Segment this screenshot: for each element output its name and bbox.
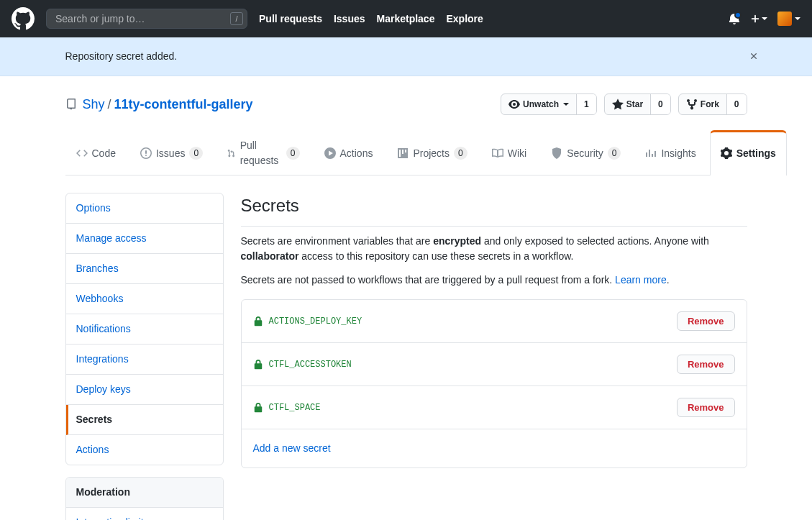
header-right: [729, 12, 800, 26]
desc-text: and only exposed to selected actions. An…: [481, 235, 709, 247]
count-badge: 0: [189, 147, 203, 160]
search-slash-icon: /: [230, 12, 243, 25]
search-wrap: /: [46, 9, 247, 29]
moderation-menu: Moderation Interaction limits: [65, 477, 224, 520]
tab-label: Insights: [661, 146, 695, 161]
repo-header: Shy / 11ty-contentful-gallery Unwatch 1 …: [65, 76, 747, 115]
lock-icon: [253, 360, 263, 370]
notification-dot-icon: [734, 12, 742, 19]
fork-button[interactable]: Fork: [679, 94, 727, 114]
tab-projects[interactable]: Projects 0: [386, 130, 478, 175]
lock-icon: [253, 316, 263, 327]
gear-icon: [721, 147, 732, 159]
fork-button-group: Fork 0: [678, 93, 747, 115]
sidebar-item-options[interactable]: Options: [66, 193, 223, 224]
repo-name-link[interactable]: 11ty-contentful-gallery: [114, 97, 253, 111]
sidebar-item-notifications[interactable]: Notifications: [66, 314, 223, 345]
tab-issues[interactable]: Issues 0: [129, 130, 214, 175]
nav-explore[interactable]: Explore: [446, 12, 483, 27]
desc-bold: encrypted: [433, 235, 481, 247]
caret-down-icon: [795, 17, 800, 20]
global-header: / Pull requests Issues Marketplace Explo…: [0, 0, 812, 37]
play-icon: [324, 147, 336, 159]
watch-count[interactable]: 1: [577, 94, 596, 114]
sidebar-item-webhooks[interactable]: Webhooks: [66, 284, 223, 314]
user-menu[interactable]: [777, 12, 800, 26]
count-badge: 0: [286, 147, 300, 160]
sidebar-item-integrations[interactable]: Integrations: [66, 345, 223, 375]
sidebar-item-deploy-keys[interactable]: Deploy keys: [66, 375, 223, 405]
book-icon: [492, 147, 503, 159]
issue-icon: [140, 147, 152, 159]
tab-settings[interactable]: Settings: [710, 130, 787, 175]
desc-text: .: [667, 274, 670, 286]
nav-issues[interactable]: Issues: [334, 12, 365, 27]
main-content: Secrets Secrets are environment variable…: [241, 193, 747, 520]
remove-button[interactable]: Remove: [677, 355, 735, 374]
page-description: Secrets are environment variables that a…: [241, 234, 747, 288]
search-input[interactable]: [46, 9, 247, 29]
repo-icon: [65, 99, 77, 110]
remove-button[interactable]: Remove: [677, 311, 735, 331]
desc-text: Secrets are not passed to workflows that…: [241, 274, 616, 286]
watch-label: Unwatch: [523, 98, 559, 111]
watch-button-group: Unwatch 1: [501, 93, 597, 115]
sidebar-item-actions[interactable]: Actions: [66, 435, 223, 465]
tab-label: Projects: [413, 146, 450, 161]
secret-name-text: CTFL_SPACE: [269, 401, 321, 414]
star-icon: [612, 99, 624, 110]
secret-name-text: CTFL_ACCESSTOKEN: [269, 358, 352, 371]
moderation-header: Moderation: [66, 478, 223, 508]
project-icon: [397, 147, 409, 159]
sidebar-item-secrets[interactable]: Secrets: [66, 405, 223, 435]
star-count[interactable]: 0: [651, 94, 670, 114]
repo-nav: Code Issues 0 Pull requests 0 Actions Pr…: [65, 129, 747, 175]
repo-separator: /: [108, 95, 111, 114]
tab-label: Wiki: [508, 146, 526, 161]
fork-count[interactable]: 0: [727, 94, 747, 114]
nav-pull-requests[interactable]: Pull requests: [259, 12, 322, 27]
github-logo-icon[interactable]: [12, 7, 35, 30]
star-button[interactable]: Star: [605, 94, 651, 114]
tab-code[interactable]: Code: [65, 130, 127, 175]
sidebar-item-manage-access[interactable]: Manage access: [66, 224, 223, 254]
settings-sidebar: Options Manage access Branches Webhooks …: [65, 193, 224, 520]
tab-label: Settings: [736, 146, 776, 161]
add-new-secret-link[interactable]: Add a new secret: [253, 442, 331, 454]
sidebar-item-branches[interactable]: Branches: [66, 254, 223, 284]
tab-label: Code: [92, 146, 116, 161]
secret-name: CTFL_ACCESSTOKEN: [253, 358, 352, 371]
tab-security[interactable]: Security 0: [540, 130, 631, 175]
unwatch-button[interactable]: Unwatch: [501, 94, 577, 114]
learn-more-link[interactable]: Learn more: [615, 274, 667, 286]
shield-icon: [551, 147, 562, 159]
tab-label: Security: [567, 146, 603, 161]
desc-bold: collaborator: [241, 250, 299, 262]
flash-close-button[interactable]: [749, 49, 759, 66]
notifications-icon[interactable]: [729, 13, 740, 24]
star-button-group: Star 0: [604, 93, 671, 115]
lock-icon: [253, 403, 263, 413]
tab-wiki[interactable]: Wiki: [481, 130, 537, 175]
tab-actions[interactable]: Actions: [314, 130, 384, 175]
sidebar-item-interaction-limits[interactable]: Interaction limits: [66, 508, 223, 520]
count-badge: 0: [454, 147, 467, 160]
nav-marketplace[interactable]: Marketplace: [377, 12, 435, 27]
code-icon: [76, 147, 88, 159]
tab-pull-requests[interactable]: Pull requests 0: [216, 130, 310, 175]
secrets-list: ACTIONS_DEPLOY_KEY Remove CTFL_ACCESSTOK…: [241, 299, 747, 468]
fork-label: Fork: [701, 98, 719, 111]
repo-owner-link[interactable]: Shy: [83, 95, 105, 114]
remove-button[interactable]: Remove: [677, 398, 735, 417]
tab-insights[interactable]: Insights: [634, 130, 706, 175]
global-nav: Pull requests Issues Marketplace Explore: [259, 12, 483, 27]
create-new-dropdown[interactable]: [750, 14, 767, 24]
secret-row: CTFL_ACCESSTOKEN Remove: [242, 343, 747, 386]
fork-icon: [686, 99, 698, 110]
secret-name: ACTIONS_DEPLOY_KEY: [253, 315, 362, 328]
desc-text: Secrets are environment variables that a…: [241, 235, 434, 247]
secret-name-text: ACTIONS_DEPLOY_KEY: [269, 315, 362, 328]
tab-label: Issues: [156, 146, 185, 161]
flash-banner: Repository secret added.: [0, 37, 812, 76]
pr-icon: [227, 147, 236, 159]
